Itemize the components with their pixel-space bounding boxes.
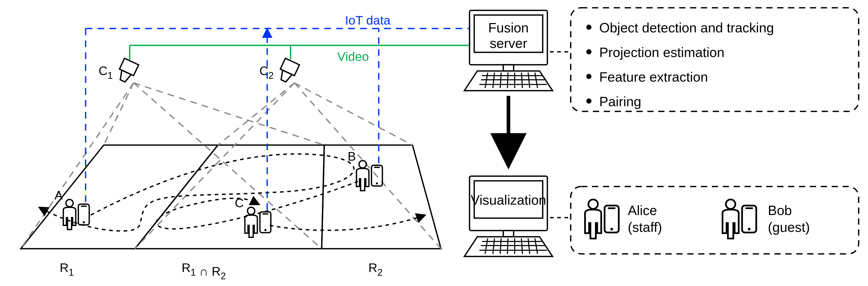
svg-text:Object detection and tracking: Object detection and tracking xyxy=(599,20,774,35)
fusion-list: Object detection and tracking Projection… xyxy=(586,20,774,109)
svg-line-22 xyxy=(21,83,133,249)
svg-line-28 xyxy=(294,83,412,145)
person-c xyxy=(245,207,271,237)
camera-c2 xyxy=(276,58,299,84)
video-link xyxy=(130,45,469,60)
fusion-server: Fusion server xyxy=(464,10,553,91)
person-b xyxy=(356,160,382,191)
identities-box xyxy=(571,186,859,254)
alice-role: (staff) xyxy=(628,220,662,235)
svg-text:Pairing: Pairing xyxy=(599,94,641,109)
identity-alice xyxy=(585,200,619,239)
svg-text:R2: R2 xyxy=(368,261,383,278)
person-a xyxy=(63,200,89,229)
person-a-label: A xyxy=(55,188,63,202)
svg-text:R1: R1 xyxy=(60,261,74,278)
svg-text:Fusion: Fusion xyxy=(488,20,529,35)
svg-point-44 xyxy=(586,99,591,104)
camera-c1 xyxy=(116,58,138,84)
svg-text:R1
       ∩ 
      R2: R1 ∩ R2 xyxy=(182,261,226,281)
visualization-computer: Visualization xyxy=(464,176,553,256)
bob-role: (guest) xyxy=(768,220,810,235)
svg-text:Projection estimation: Projection estimation xyxy=(599,45,724,60)
person-b-label: B xyxy=(348,149,356,163)
bob-name: Bob xyxy=(768,203,792,218)
alice-name: Alice xyxy=(628,203,657,218)
svg-text:Visualization: Visualization xyxy=(471,192,546,208)
video-label: Video xyxy=(337,50,369,64)
svg-point-40 xyxy=(586,49,591,55)
identity-bob xyxy=(722,200,756,239)
iot-label: IoT data xyxy=(345,13,391,27)
iot-link xyxy=(86,29,469,210)
camera-c2-label: C2 xyxy=(259,64,274,81)
svg-line-23 xyxy=(104,83,133,145)
svg-point-42 xyxy=(586,74,591,79)
camera-c1-label: C1 xyxy=(99,64,113,81)
svg-text:Feature extraction: Feature extraction xyxy=(599,69,708,84)
region-labels: R1 R1 ∩ R2 R2 xyxy=(60,261,383,281)
svg-line-25 xyxy=(133,83,322,249)
floor-regions xyxy=(21,145,441,249)
svg-line-29 xyxy=(294,83,441,249)
svg-text:server: server xyxy=(490,36,527,51)
svg-point-38 xyxy=(586,25,591,30)
